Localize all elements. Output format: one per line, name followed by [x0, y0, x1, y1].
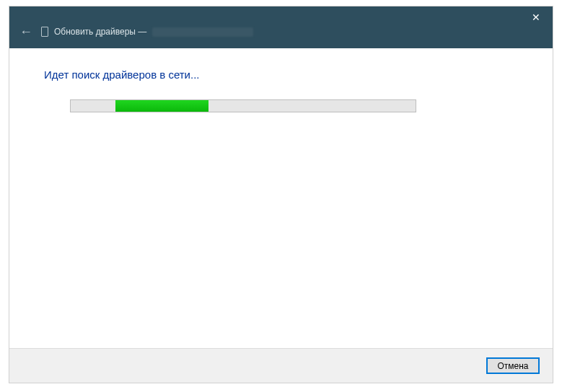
device-icon: [41, 27, 48, 37]
title-device-name-blurred: [152, 27, 253, 37]
wizard-window: ← Обновить драйверы — ✕ Идет поиск драйв…: [9, 6, 553, 383]
window-title: Обновить драйверы —: [54, 27, 253, 37]
content-area: Идет поиск драйверов в сети...: [9, 48, 553, 348]
progress-chunk: [115, 100, 208, 112]
close-icon: ✕: [532, 12, 540, 23]
progress-bar: [70, 99, 416, 112]
close-button[interactable]: ✕: [519, 6, 553, 28]
titlebar: ← Обновить драйверы — ✕: [9, 6, 553, 48]
footer: Отмена: [9, 348, 553, 383]
status-heading: Идет поиск драйверов в сети...: [44, 68, 518, 81]
cancel-button[interactable]: Отмена: [486, 357, 540, 374]
title-prefix: Обновить драйверы —: [54, 27, 146, 37]
back-arrow-icon[interactable]: ←: [19, 24, 32, 40]
